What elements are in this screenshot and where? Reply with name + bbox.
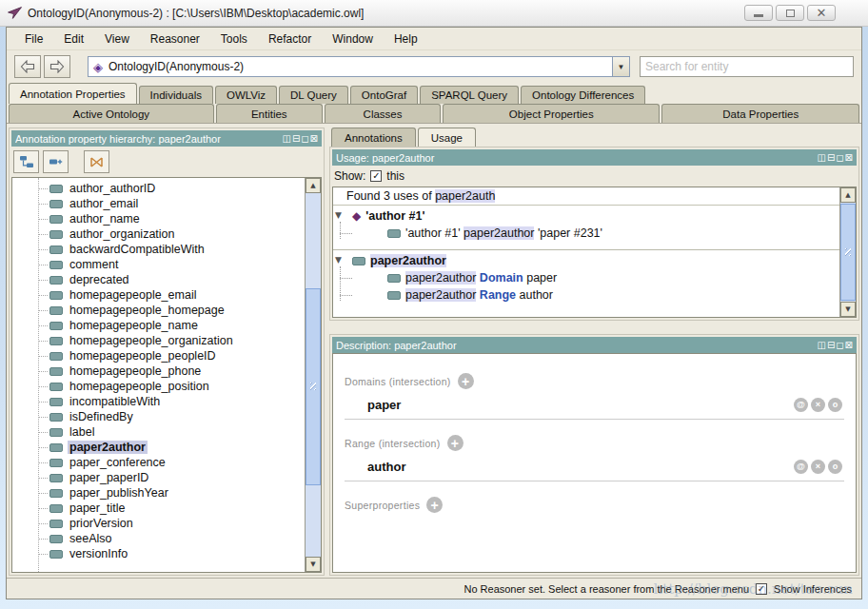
tab-dl-query[interactable]: DL Query bbox=[279, 86, 348, 104]
usage-scrollbar[interactable]: ▲ ▼ bbox=[839, 187, 856, 317]
tree-item-versioninfo[interactable]: versionInfo bbox=[12, 546, 305, 561]
delete-property-button[interactable] bbox=[84, 150, 109, 173]
menu-help[interactable]: Help bbox=[384, 29, 428, 49]
tree-item-author-email[interactable]: author_email bbox=[12, 196, 305, 211]
tab-entities[interactable]: Entities bbox=[216, 104, 323, 123]
tab-data-properties[interactable]: Data Properties bbox=[661, 104, 859, 123]
annotate-button[interactable]: @ bbox=[794, 460, 808, 474]
close-icon[interactable]: ⊠ bbox=[845, 341, 853, 350]
menu-view[interactable]: View bbox=[94, 29, 140, 49]
usage-child-row[interactable]: 'author #1' paper2author 'paper #231' bbox=[333, 225, 839, 242]
tree-item-deprecated[interactable]: deprecated bbox=[12, 272, 305, 287]
add-sub-property-button[interactable] bbox=[13, 150, 39, 173]
tree-item-paper-conference[interactable]: paper_conference bbox=[12, 455, 305, 470]
tree-item-author-organization[interactable]: author_organization bbox=[12, 226, 305, 242]
menu-reasoner[interactable]: Reasoner bbox=[140, 29, 210, 49]
tree-item-paper-title[interactable]: paper_title bbox=[12, 501, 305, 516]
close-icon[interactable]: ⊠ bbox=[310, 134, 318, 144]
tree-item-seealso[interactable]: seeAlso bbox=[12, 531, 305, 546]
usage-group-row[interactable]: ▼◆'author #1' bbox=[333, 207, 839, 225]
tree-item-author-authorid[interactable]: author_authorID bbox=[12, 181, 305, 196]
tree-scrollbar[interactable]: ▲ ▼ bbox=[305, 178, 321, 572]
tree-item-priorversion[interactable]: priorVersion bbox=[12, 516, 305, 531]
maximize-icon[interactable]: ◻ bbox=[836, 341, 843, 350]
usage-group-row[interactable]: ▼paper2author bbox=[333, 252, 839, 269]
scroll-up-button[interactable]: ▲ bbox=[840, 187, 856, 203]
menu-refactor[interactable]: Refactor bbox=[258, 29, 322, 49]
show-inferences-checkbox[interactable]: ✓ bbox=[756, 583, 767, 595]
ontology-selector-dropdown[interactable]: ◈ OntologyID(Anonymous-2) ▼ bbox=[88, 56, 630, 77]
menu-window[interactable]: Window bbox=[322, 29, 384, 49]
minimize-button[interactable] bbox=[744, 5, 773, 21]
split-horizontal-icon[interactable]: ⊟ bbox=[827, 153, 835, 163]
expand-toggle-icon[interactable]: ▼ bbox=[335, 211, 342, 220]
menu-edit[interactable]: Edit bbox=[53, 29, 94, 49]
split-horizontal-icon[interactable]: ⊟ bbox=[827, 341, 835, 350]
tree-item-comment[interactable]: comment bbox=[12, 257, 305, 272]
add-superproperties-button[interactable]: + bbox=[426, 497, 443, 513]
tab-active-ontology[interactable]: Active Ontology bbox=[9, 104, 214, 123]
split-horizontal-icon[interactable]: ⊟ bbox=[292, 134, 300, 144]
tree-item-author-name[interactable]: author_name bbox=[12, 211, 305, 226]
tree-item-paper-publishyear[interactable]: paper_publishYear bbox=[12, 485, 305, 501]
forward-button[interactable] bbox=[44, 55, 70, 78]
delete-button[interactable]: × bbox=[811, 460, 825, 474]
tree-item-incompatiblewith[interactable]: incompatibleWith bbox=[12, 394, 305, 409]
close-button[interactable]: ✕ bbox=[807, 5, 836, 21]
expand-toggle-icon[interactable]: ▼ bbox=[335, 256, 342, 265]
tree-item-label: author_authorID bbox=[68, 182, 157, 195]
tab-classes[interactable]: Classes bbox=[325, 104, 441, 123]
tab-annotation-properties[interactable]: Annotation Properties bbox=[9, 83, 137, 104]
tab-individuals[interactable]: Individuals bbox=[139, 86, 213, 104]
tree-item-label[interactable]: label bbox=[12, 424, 305, 440]
edit-button[interactable]: o bbox=[828, 398, 842, 412]
tab-usage[interactable]: Usage bbox=[418, 128, 476, 147]
edit-button[interactable]: o bbox=[828, 460, 842, 474]
add-sibling-property-button[interactable] bbox=[43, 150, 69, 173]
usage-child-row[interactable]: paper2author Domain paper bbox=[333, 269, 839, 286]
tree-item-homepagepeople-organization[interactable]: homepagepeople_organization bbox=[12, 333, 305, 348]
tab-object-properties[interactable]: Object Properties bbox=[443, 104, 660, 123]
maximize-icon[interactable]: ◻ bbox=[301, 134, 308, 144]
tab-ontology-differences[interactable]: Ontology Differences bbox=[521, 86, 645, 104]
tab-owlviz[interactable]: OWLViz bbox=[215, 86, 277, 104]
split-vertical-icon[interactable]: ◫ bbox=[282, 134, 290, 144]
dropdown-arrow-icon[interactable]: ▼ bbox=[612, 57, 629, 76]
menu-file[interactable]: File bbox=[14, 29, 53, 49]
search-input[interactable] bbox=[640, 56, 854, 77]
scroll-down-button[interactable]: ▼ bbox=[840, 302, 856, 317]
annotate-button[interactable]: @ bbox=[794, 398, 808, 412]
tree-item-homepagepeople-email[interactable]: homepagepeople_email bbox=[12, 287, 305, 303]
scroll-thumb[interactable] bbox=[840, 204, 856, 301]
restore-button[interactable] bbox=[776, 5, 804, 21]
maximize-icon[interactable]: ◻ bbox=[836, 153, 843, 163]
add-range-intersection-button[interactable]: + bbox=[447, 435, 464, 451]
show-this-checkbox[interactable]: ✓ bbox=[370, 170, 382, 182]
add-domains-intersection-button[interactable]: + bbox=[458, 373, 474, 389]
tree-item-paper2author[interactable]: paper2author bbox=[12, 440, 305, 455]
tree-item-isdefinedby[interactable]: isDefinedBy bbox=[12, 409, 305, 424]
tab-ontograf[interactable]: OntoGraf bbox=[350, 86, 418, 104]
tree-item-homepagepeople-name[interactable]: homepagepeople_name bbox=[12, 318, 305, 333]
section-domains-intersection: Domains (intersection)+ bbox=[345, 373, 844, 389]
usage-child-row[interactable]: paper2author Range author bbox=[333, 286, 839, 304]
tree-item-paper-paperid[interactable]: paper_paperID bbox=[12, 470, 305, 485]
tree-item-homepagepeople-phone[interactable]: homepagepeople_phone bbox=[12, 363, 305, 379]
scroll-up-button[interactable]: ▲ bbox=[306, 178, 321, 193]
tab-annotations[interactable]: Annotations bbox=[331, 128, 416, 147]
tree-item-homepagepeople-homepage[interactable]: homepagepeople_homepage bbox=[12, 303, 305, 318]
back-button[interactable] bbox=[14, 55, 41, 78]
value-row-author: author@×o bbox=[345, 460, 844, 481]
delete-button[interactable]: × bbox=[811, 398, 825, 412]
scroll-down-button[interactable]: ▼ bbox=[306, 557, 321, 572]
menu-tools[interactable]: Tools bbox=[210, 29, 258, 49]
tree-item-homepagepeople-position[interactable]: homepagepeople_position bbox=[12, 379, 305, 394]
scroll-thumb[interactable] bbox=[306, 288, 321, 485]
tab-sparql-query[interactable]: SPARQL Query bbox=[420, 86, 519, 104]
close-icon[interactable]: ⊠ bbox=[845, 153, 853, 163]
split-vertical-icon[interactable]: ◫ bbox=[817, 153, 825, 163]
tree-item-backwardcompatiblewith[interactable]: backwardCompatibleWith bbox=[12, 242, 305, 257]
tree-item-homepagepeople-peopleid[interactable]: homepagepeople_peopleID bbox=[12, 348, 305, 363]
ontology-selector-value: OntologyID(Anonymous-2) bbox=[108, 60, 244, 73]
split-vertical-icon[interactable]: ◫ bbox=[817, 341, 825, 350]
